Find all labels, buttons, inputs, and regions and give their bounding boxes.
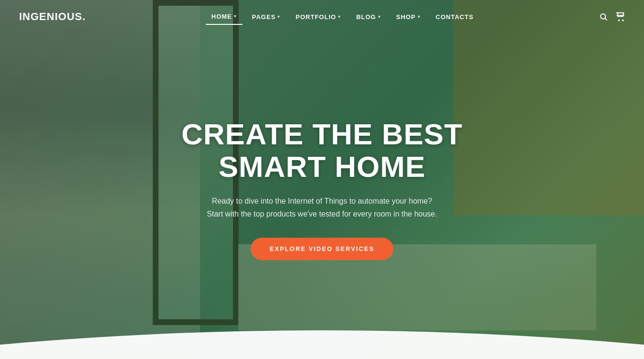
nav-item-portfolio: PORTFOLIO ▾ [290, 10, 347, 24]
search-icon [599, 12, 608, 21]
logo[interactable]: INGENIOUS. [19, 11, 86, 23]
chevron-down-icon: ▾ [277, 14, 280, 19]
nav-menu: HOME ▾ PAGES ▾ PORTFOLIO ▾ BLOG ▾ [206, 9, 479, 25]
nav-link-contacts[interactable]: CONTACTS [430, 10, 479, 24]
nav-link-home[interactable]: HOME ▾ [206, 9, 243, 25]
nav-link-blog[interactable]: BLOG ▾ [350, 10, 387, 24]
nav-item-shop: SHOP ▾ [391, 10, 426, 24]
cart-button[interactable] [615, 12, 625, 22]
cta-button[interactable]: EXPLORE VIDEO SERVICES [251, 238, 393, 260]
hero-section: INGENIOUS. HOME ▾ PAGES ▾ PORTFOLIO ▾ [0, 0, 644, 359]
svg-point-2 [619, 20, 620, 21]
hero-content: CREATE THE BEST SMART HOME Ready to dive… [155, 118, 489, 261]
cart-icon [615, 12, 625, 22]
nav-link-shop[interactable]: SHOP ▾ [391, 10, 426, 24]
chevron-down-icon: ▾ [418, 14, 421, 19]
svg-line-1 [605, 18, 606, 20]
nav-item-home: HOME ▾ [206, 9, 243, 25]
nav-item-blog: BLOG ▾ [350, 10, 387, 24]
curve-bottom [0, 316, 644, 359]
hero-subtitle: Ready to dive into the Internet of Thing… [155, 195, 489, 220]
svg-point-3 [623, 20, 623, 21]
nav-item-pages: PAGES ▾ [246, 10, 286, 24]
nav-icons [599, 12, 625, 22]
chevron-down-icon: ▾ [338, 14, 341, 19]
chevron-down-icon: ▾ [234, 14, 237, 19]
search-button[interactable] [599, 12, 608, 21]
chevron-down-icon: ▾ [378, 14, 381, 19]
nav-link-portfolio[interactable]: PORTFOLIO ▾ [290, 10, 347, 24]
navbar: INGENIOUS. HOME ▾ PAGES ▾ PORTFOLIO ▾ [0, 0, 644, 33]
hero-title: CREATE THE BEST SMART HOME [155, 118, 489, 183]
nav-link-pages[interactable]: PAGES ▾ [246, 10, 286, 24]
nav-item-contacts: CONTACTS [430, 10, 479, 24]
